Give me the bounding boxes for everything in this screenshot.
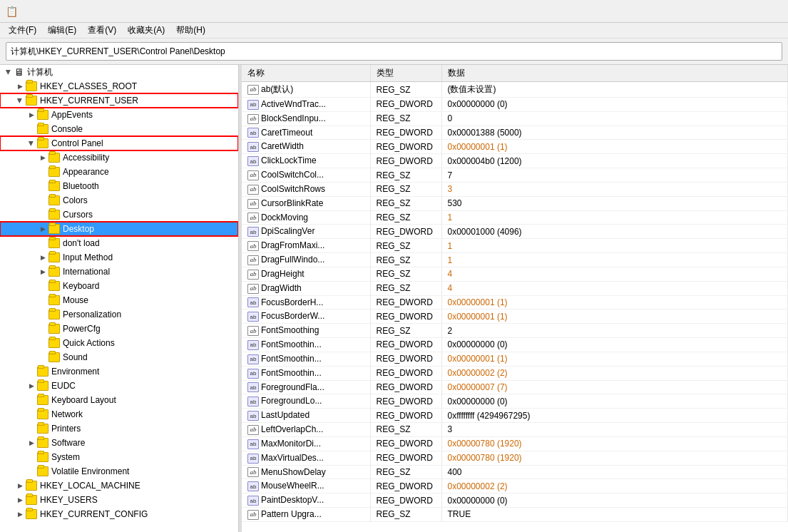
tree-item-appevents[interactable]: ▶ AppEvents [0, 108, 238, 122]
tree-item-sound[interactable]: Sound [0, 350, 238, 364]
tree-item-desktop[interactable]: ▶ Desktop [0, 222, 238, 236]
ab-icon: ab [247, 170, 259, 180]
expand-accessibility[interactable]: ▶ [37, 152, 48, 163]
tree-item-appearance[interactable]: Appearance [0, 165, 238, 179]
expand-hkcu[interactable]: ▶ [14, 95, 26, 106]
expand-software[interactable]: ▶ [26, 437, 37, 449]
table-row[interactable]: abFontSmoothin... REG_DWORD 0x00000002 (… [242, 366, 788, 380]
tree-item-quickactions[interactable]: Quick Actions [0, 336, 238, 350]
menu-favorites[interactable]: 收藏夹(A) [122, 23, 170, 38]
dword-icon: ab [247, 496, 259, 506]
table-row[interactable]: abDockMoving REG_SZ 1 [242, 210, 788, 225]
tree-item-mouse[interactable]: Mouse [0, 293, 238, 307]
menu-file[interactable]: 文件(F) [3, 23, 42, 38]
tree-item-hkcu[interactable]: ▶ HKEY_CURRENT_USER [0, 93, 238, 108]
expand-computer[interactable]: ▶ [3, 66, 14, 78]
table-row[interactable]: abMaxVirtualDes... REG_DWORD 0x00000780 … [242, 451, 788, 465]
menu-view[interactable]: 查看(V) [82, 23, 122, 38]
title-bar: 📋 [0, 0, 788, 23]
tree-item-bluetooth[interactable]: Bluetooth [0, 179, 238, 193]
expand-controlpanel[interactable]: ▶ [26, 138, 37, 149]
maximize-button[interactable] [717, 0, 749, 23]
tree-item-environment[interactable]: Environment [0, 364, 238, 379]
table-row[interactable]: abDragFullWindo... REG_SZ 1 [242, 253, 788, 267]
table-row[interactable]: abClickLockTime REG_DWORD 0x000004b0 (12… [242, 154, 788, 168]
table-row[interactable]: abCaretWidth REG_DWORD 0x00000001 (1) [242, 140, 788, 154]
table-row[interactable]: abLastUpdated REG_DWORD 0xffffffff (4294… [242, 409, 788, 423]
cell-name: abLastUpdated [242, 409, 370, 423]
tree-item-personalization[interactable]: Personalization [0, 307, 238, 322]
table-row[interactable]: abCoolSwitchCol... REG_SZ 7 [242, 168, 788, 183]
reg-name: CaretTimeout [261, 128, 312, 138]
tree-item-volatile[interactable]: Volatile Environment [0, 464, 238, 479]
table-row[interactable]: abCoolSwitchRows REG_SZ 3 [242, 182, 788, 196]
tree-item-eudc[interactable]: ▶ EUDC [0, 379, 238, 393]
reg-name: FontSmoothin... [261, 354, 322, 364]
table-row[interactable]: abDragFromMaxi... REG_SZ 1 [242, 239, 788, 253]
table-row[interactable]: abLeftOverlapCh... REG_SZ 3 [242, 423, 788, 437]
tree-item-inputmethod[interactable]: ▶ Input Method [0, 250, 238, 265]
col-header-data[interactable]: 数据 [441, 65, 788, 82]
table-row[interactable]: abDragWidth REG_SZ 4 [242, 281, 788, 295]
table-row[interactable]: abMouseWheelR... REG_DWORD 0x00000002 (2… [242, 479, 788, 493]
table-row[interactable]: abCaretTimeout REG_DWORD 0x00001388 (500… [242, 126, 788, 140]
tree-item-hklm[interactable]: ▶ HKEY_LOCAL_MACHINE [0, 479, 238, 493]
table-row[interactable]: abDragHeight REG_SZ 4 [242, 267, 788, 281]
tree-item-computer[interactable]: ▶ 🖥 计算机 [0, 65, 238, 79]
tree-item-accessibility[interactable]: ▶ Accessibility [0, 150, 238, 165]
tree-label-software: Software [51, 438, 85, 448]
expand-hklm[interactable]: ▶ [14, 480, 26, 491]
tree-item-printers[interactable]: Printers [0, 421, 238, 436]
tree-item-system[interactable]: System [0, 450, 238, 464]
tree-item-network[interactable]: Network [0, 407, 238, 421]
tree-item-cursors[interactable]: Cursors [0, 208, 238, 222]
tree-label-accessibility: Accessibility [63, 153, 109, 163]
tree-item-powercfg[interactable]: PowerCfg [0, 322, 238, 336]
expand-hkcr[interactable]: ▶ [14, 81, 26, 92]
tree-item-colors[interactable]: Colors [0, 193, 238, 208]
reg-name: ClickLockTime [261, 155, 317, 165]
col-header-type[interactable]: 类型 [370, 65, 441, 82]
table-row[interactable]: abPattern Upgra... REG_SZ TRUE [242, 508, 788, 522]
expand-inputmethod[interactable]: ▶ [37, 252, 48, 263]
table-row[interactable]: abMaxMonitorDi... REG_DWORD 0x00000780 (… [242, 436, 788, 451]
table-row[interactable]: abPaintDesktopV... REG_DWORD 0x00000000 … [242, 493, 788, 508]
tree-item-hkcc[interactable]: ▶ HKEY_CURRENT_CONFIG [0, 507, 238, 521]
tree-item-international[interactable]: ▶ International [0, 265, 238, 279]
cell-data: 3 [441, 423, 788, 437]
tree-item-hku[interactable]: ▶ HKEY_USERS [0, 493, 238, 507]
tree-item-keyboard[interactable]: Keyboard [0, 279, 238, 293]
table-row[interactable]: abMenuShowDelay REG_SZ 400 [242, 465, 788, 479]
minimize-button[interactable] [684, 0, 717, 23]
menu-edit[interactable]: 编辑(E) [42, 23, 82, 38]
table-row[interactable]: abCursorBlinkRate REG_SZ 530 [242, 196, 788, 210]
registry-table-scroll[interactable]: 名称 类型 数据 abab(默认) REG_SZ (数值未设置) abActiv… [242, 65, 788, 532]
expand-desktop[interactable]: ▶ [37, 223, 48, 235]
expand-eudc[interactable]: ▶ [26, 380, 37, 392]
expand-international[interactable]: ▶ [37, 266, 48, 277]
tree-item-software[interactable]: ▶ Software [0, 436, 238, 450]
table-row[interactable]: abBlockSendInpu... REG_SZ 0 [242, 111, 788, 126]
expand-hku[interactable]: ▶ [14, 494, 26, 506]
table-row[interactable]: abForegroundLo... REG_DWORD 0x00000000 (… [242, 394, 788, 409]
table-row[interactable]: abFontSmoothin... REG_DWORD 0x00000001 (… [242, 352, 788, 366]
table-row[interactable]: abFocusBorderH... REG_DWORD 0x00000001 (… [242, 295, 788, 310]
table-row[interactable]: abDpiScalingVer REG_DWORD 0x00001000 (40… [242, 225, 788, 239]
table-row[interactable]: abab(默认) REG_SZ (数值未设置) [242, 82, 788, 98]
tree-item-controlpanel[interactable]: ▶ Control Panel [0, 136, 238, 150]
tree-item-hkcr[interactable]: ▶ HKEY_CLASSES_ROOT [0, 79, 238, 93]
table-row[interactable]: abFontSmoothin... REG_DWORD 0x00000000 (… [242, 338, 788, 352]
tree-item-console[interactable]: Console [0, 122, 238, 136]
tree-item-keyboardlayout[interactable]: Keyboard Layout [0, 393, 238, 407]
table-row[interactable]: abForegroundFla... REG_DWORD 0x00000007 … [242, 380, 788, 394]
table-row[interactable]: abFocusBorderW... REG_DWORD 0x00000001 (… [242, 310, 788, 324]
address-bar[interactable]: 计算机\HKEY_CURRENT_USER\Control Panel\Desk… [6, 42, 782, 61]
tree-item-dontload[interactable]: don't load [0, 236, 238, 250]
table-row[interactable]: abActiveWndTrac... REG_DWORD 0x00000000 … [242, 98, 788, 112]
table-row[interactable]: abFontSmoothing REG_SZ 2 [242, 324, 788, 338]
expand-appevents[interactable]: ▶ [26, 109, 37, 121]
close-button[interactable] [749, 0, 782, 23]
menu-help[interactable]: 帮助(H) [170, 23, 211, 38]
col-header-name[interactable]: 名称 [242, 65, 370, 82]
expand-hkcc[interactable]: ▶ [14, 508, 26, 520]
